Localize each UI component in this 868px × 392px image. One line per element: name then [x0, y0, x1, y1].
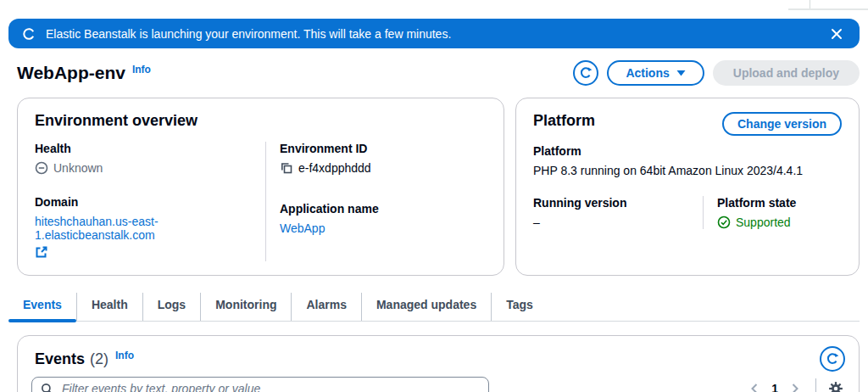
- platform-state-label: Platform state: [717, 196, 842, 210]
- refresh-icon[interactable]: [573, 60, 598, 86]
- events-toolbar: 1: [18, 373, 859, 392]
- in-progress-spinner-icon: [22, 27, 36, 41]
- domain-label: Domain: [35, 195, 265, 209]
- application-name-field: Application name WebApp: [280, 202, 487, 235]
- platform-label: Platform: [533, 144, 842, 158]
- search-icon: [41, 383, 53, 392]
- tab-monitoring[interactable]: Monitoring: [201, 293, 292, 321]
- events-header: Events (2) Info: [18, 336, 859, 373]
- external-link-icon[interactable]: [35, 245, 48, 259]
- banner-message: Elastic Beanstalk is launching your envi…: [46, 27, 451, 41]
- platform-state-value: Supported: [736, 216, 791, 229]
- domain-field: Domain hiteshchauhan.us-east-1.elasticbe…: [35, 195, 265, 261]
- launch-progress-banner: Elastic Beanstalk is launching your envi…: [8, 19, 860, 48]
- events-refresh-icon[interactable]: [820, 346, 845, 372]
- platform-card: Platform Change version Platform PHP 8.3…: [515, 98, 860, 276]
- domain-link[interactable]: hiteshchauhan.us-east-1.elasticbeanstalk…: [35, 215, 159, 242]
- environment-id-field: Environment ID e-f4xdpphddd: [280, 142, 487, 175]
- page-header: WebApp-env Info Actions Upload and deplo…: [0, 48, 868, 92]
- running-version-field: Running version –: [533, 196, 703, 229]
- events-info-link[interactable]: Info: [115, 350, 134, 361]
- platform-field: Platform PHP 8.3 running on 64bit Amazon…: [533, 144, 842, 177]
- tab-health[interactable]: Health: [77, 293, 143, 321]
- page-title-info-link[interactable]: Info: [132, 64, 151, 76]
- health-label: Health: [35, 142, 265, 155]
- page-title: WebApp-env: [17, 63, 125, 83]
- application-name-link[interactable]: WebApp: [280, 221, 325, 235]
- toolbar-divider: [815, 378, 816, 392]
- console-top-tick: [810, 0, 810, 8]
- gear-icon[interactable]: [826, 379, 845, 392]
- minus-circle-icon: [35, 161, 48, 175]
- environment-id-label: Environment ID: [280, 142, 487, 155]
- upload-and-deploy-button[interactable]: Upload and deploy: [713, 60, 860, 86]
- tab-alarms[interactable]: Alarms: [292, 293, 361, 321]
- change-version-button[interactable]: Change version: [722, 112, 842, 136]
- platform-state-field: Platform state Supported: [703, 196, 842, 229]
- events-filter-input[interactable]: [60, 381, 480, 392]
- events-count: (2): [90, 350, 108, 368]
- chevron-down-icon: [676, 70, 686, 76]
- application-name-label: Application name: [280, 202, 487, 216]
- events-card: Events (2) Info 1: [17, 335, 860, 392]
- tab-tags[interactable]: Tags: [492, 293, 548, 321]
- tab-logs[interactable]: Logs: [143, 293, 201, 321]
- header-actions: Actions Upload and deploy: [573, 60, 860, 86]
- environment-tabs: Events Health Logs Monitoring Alarms Man…: [8, 293, 860, 322]
- chevron-right-icon[interactable]: [785, 381, 805, 392]
- platform-card-title: Platform: [533, 112, 595, 130]
- health-field: Health Unknown: [35, 142, 265, 175]
- health-value: Unknown: [53, 161, 103, 175]
- current-page-number[interactable]: 1: [765, 382, 785, 392]
- actions-button-label: Actions: [626, 66, 669, 80]
- console-top-divider: [788, 8, 868, 10]
- environment-overview-title: Environment overview: [35, 112, 487, 130]
- environment-overview-grid: Health Unknown Domain hiteshchauhan.us-e…: [35, 142, 487, 261]
- chevron-left-icon[interactable]: [744, 381, 765, 392]
- running-version-label: Running version: [533, 196, 703, 210]
- events-pagination: 1: [744, 378, 845, 392]
- overview-cards-row: Environment overview Health Unknown Doma: [0, 92, 868, 276]
- running-version-value: –: [533, 216, 540, 229]
- actions-button[interactable]: Actions: [607, 60, 704, 86]
- copy-icon[interactable]: [280, 161, 293, 175]
- environment-id-value: e-f4xdpphddd: [298, 161, 371, 175]
- close-icon[interactable]: [827, 25, 846, 43]
- tab-events[interactable]: Events: [8, 293, 77, 321]
- tab-managed-updates[interactable]: Managed updates: [362, 293, 492, 321]
- platform-value: PHP 8.3 running on 64bit Amazon Linux 20…: [533, 164, 803, 177]
- elastic-beanstalk-environment-page: Elastic Beanstalk is launching your envi…: [0, 0, 868, 392]
- events-title: Events: [35, 350, 85, 368]
- events-filter: [31, 377, 489, 392]
- environment-overview-card: Environment overview Health Unknown Doma: [17, 98, 504, 276]
- check-circle-icon: [717, 216, 731, 229]
